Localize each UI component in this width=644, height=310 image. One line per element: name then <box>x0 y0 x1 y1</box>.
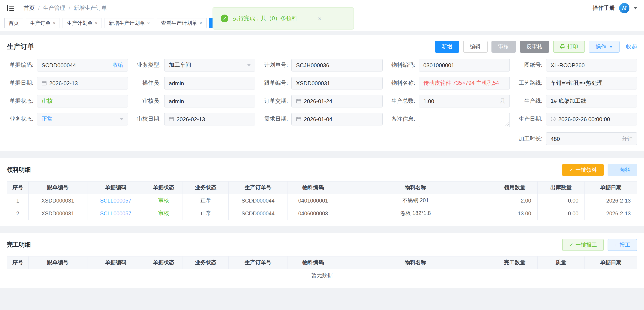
doc-status-value: 审核 <box>42 97 124 105</box>
unaudit-button[interactable]: 反审核 <box>520 41 549 53</box>
tab-label: 新增生产计划单 <box>109 19 145 27</box>
cell-material-code: 0401000001 <box>287 194 339 207</box>
cell-req-qty: 2.00 <box>492 194 538 207</box>
cell-out-qty: 0.00 <box>537 207 585 220</box>
col-header: 领用数量 <box>492 181 538 194</box>
remark-textarea[interactable] <box>418 113 510 127</box>
doc-code-input[interactable]: SCDD000044 收缩 <box>37 59 128 71</box>
completion-toolbar: ✓ 一键报工 + 报工 <box>562 239 637 251</box>
cell-material-code: 0406000003 <box>287 207 339 220</box>
add-report-button[interactable]: + 报工 <box>608 239 637 251</box>
tab-production-plan[interactable]: 生产计划单 × <box>62 18 102 28</box>
cell-doc-date: 2026-2-13 <box>585 207 637 220</box>
follow-no-input[interactable]: XSDD000031 <box>291 77 383 89</box>
field-label: 订单交期: <box>261 95 291 107</box>
audit-button[interactable]: 审核 <box>491 41 516 53</box>
field-doc-date: 单据日期: 2026-02-13 <box>7 77 128 89</box>
chevron-down-icon[interactable] <box>634 7 637 9</box>
operation-manual-link[interactable]: 操作手册 <box>592 4 615 12</box>
field-label: 审核日期: <box>134 113 164 125</box>
prod-line-input[interactable]: 1# 底架加工线 <box>546 95 637 107</box>
table-row[interactable]: 1 XSDD000031 SCLL000057 审核 正常 SCDD000044… <box>7 194 637 207</box>
col-header: 物料编码 <box>287 181 339 194</box>
drawing-no-input[interactable]: XL-RCOP260 <box>546 59 637 71</box>
collapse-link[interactable]: 收起 <box>626 43 637 50</box>
field-drawing-no: 图纸号: XL-RCOP260 <box>516 59 637 71</box>
close-icon[interactable]: × <box>95 20 98 26</box>
table-row[interactable]: 2 XSDD000031 SCLL000057 审核 正常 SCDD000044… <box>7 207 637 220</box>
completion-card: 完工明细 ✓ 一键报工 + 报工 <box>0 233 644 288</box>
top-bar-right: 操作手册 M <box>592 3 637 13</box>
cell-order-no: SCDD000044 <box>229 207 287 220</box>
drawing-no-value: XL-RCOP260 <box>550 62 632 68</box>
shrink-link[interactable]: 收缩 <box>113 61 124 69</box>
prod-date-picker[interactable]: 2026-02-26 00:00:00 <box>546 113 637 125</box>
routing-input[interactable]: 车钳=>钻孔=>热处理 <box>546 77 637 89</box>
breadcrumb-separator: / <box>69 5 70 11</box>
col-header: 序号 <box>7 256 28 269</box>
duration-input[interactable]: 480 分钟 <box>546 132 637 145</box>
page-title: 生产订单 <box>7 42 34 51</box>
field-biz-status: 业务状态: 正常 <box>7 113 128 127</box>
avatar[interactable]: M <box>619 3 630 13</box>
edit-button[interactable]: 编辑 <box>463 41 488 53</box>
quick-report-button[interactable]: ✓ 一键报工 <box>562 239 604 251</box>
tab-label: 生产计划单 <box>67 19 92 27</box>
biz-type-select[interactable]: 加工车间 <box>164 59 255 71</box>
auditor-input[interactable]: admin <box>164 95 255 107</box>
field-label: 单据状态: <box>7 95 37 107</box>
doc-code-link[interactable]: SCLL000057 <box>100 210 131 216</box>
close-icon[interactable]: × <box>199 20 202 26</box>
plan-no-input[interactable]: SCJH000036 <box>291 59 383 71</box>
field-label: 加工时长: <box>516 132 546 145</box>
print-button[interactable]: 打印 <box>553 41 585 53</box>
breadcrumb: 首页 / 生产管理 / 新增生产订单 <box>24 4 107 12</box>
material-name-input[interactable]: 传动皮轮件 735×794 主机孔54 <box>418 77 510 89</box>
calendar-icon <box>169 116 174 122</box>
doc-code-link[interactable]: SCLL000057 <box>100 198 131 204</box>
biz-status-select[interactable]: 正常 <box>37 113 128 125</box>
tab-home[interactable]: 首页 <box>4 18 23 28</box>
field-routing: 工艺路线: 车钳=>钻孔=>热处理 <box>516 77 637 89</box>
material-code-input[interactable]: 0301000001 <box>418 59 510 71</box>
breadcrumb-home[interactable]: 首页 <box>24 4 35 12</box>
field-total-qty: 生产总数: 1.00 只 <box>389 95 510 107</box>
field-material-code: 物料编码: 0301000001 <box>389 59 510 71</box>
status-badge: 审核 <box>158 197 169 203</box>
due-date-picker[interactable]: 2026-01-24 <box>291 95 383 107</box>
audit-date-picker[interactable]: 2026-02-13 <box>164 113 255 125</box>
close-icon[interactable]: × <box>147 20 150 26</box>
tab-new-production-plan[interactable]: 新增生产计划单 × <box>104 18 154 28</box>
order-card: 生产订单 新增 编辑 审核 反审核 打印 操作 收起 <box>0 35 644 151</box>
col-header: 物料编码 <box>287 256 339 269</box>
demand-date-value: 2026-01-04 <box>304 116 378 122</box>
col-header: 物料名称 <box>339 256 492 269</box>
tab-production-order[interactable]: 生产订单 × <box>26 18 60 28</box>
total-qty-input[interactable]: 1.00 只 <box>418 95 510 107</box>
breadcrumb-production[interactable]: 生产管理 <box>43 4 65 12</box>
add-requisition-button[interactable]: + 领料 <box>608 164 637 176</box>
tab-view-production-plan[interactable]: 查看生产计划单 × <box>157 18 206 28</box>
empty-state-text: 暂无数据 <box>7 269 637 282</box>
check-icon: ✓ <box>569 242 573 248</box>
demand-date-picker[interactable]: 2026-01-04 <box>291 113 383 125</box>
cell-index: 1 <box>7 194 28 207</box>
close-icon[interactable]: × <box>53 20 56 26</box>
field-label: 生产总数: <box>389 95 418 107</box>
breadcrumb-current[interactable]: 新增生产订单 <box>74 4 107 12</box>
menu-fold-icon[interactable] <box>7 5 14 11</box>
add-button[interactable]: 新增 <box>435 41 459 53</box>
actions-dropdown-button[interactable]: 操作 <box>589 41 620 53</box>
material-card: 领料明细 ✓ 一键领料 + 领料 <box>0 158 644 226</box>
field-label: 物料名称: <box>389 77 418 89</box>
operator-input[interactable]: admin <box>164 77 255 89</box>
quick-requisition-label: 一键领料 <box>576 167 597 173</box>
quick-requisition-button[interactable]: ✓ 一键领料 <box>562 164 604 176</box>
doc-status-input[interactable]: 审核 <box>37 95 128 107</box>
prod-line-value: 1# 底架加工线 <box>550 97 632 105</box>
doc-date-picker[interactable]: 2026-02-13 <box>37 77 128 89</box>
field-audit-date: 审核日期: 2026-02-13 <box>134 113 255 127</box>
plan-no-value: SCJH000036 <box>296 62 378 68</box>
field-label: 物料编码: <box>389 59 418 71</box>
toast-close-icon[interactable]: × <box>318 15 322 22</box>
